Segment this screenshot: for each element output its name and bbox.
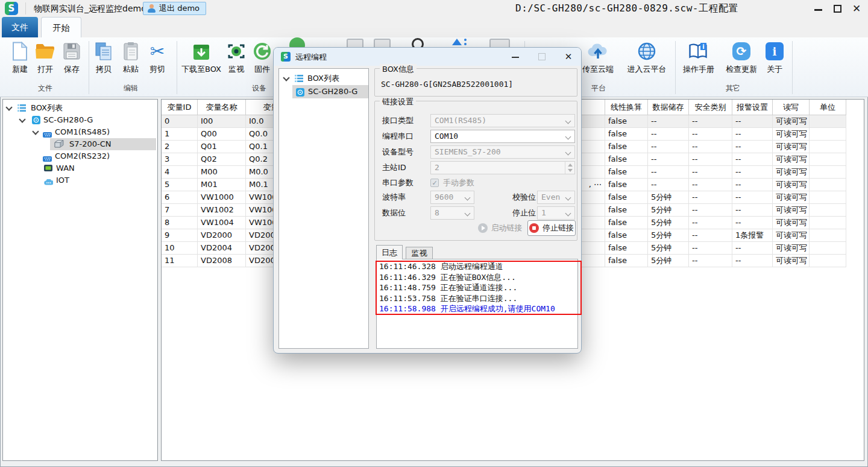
hidden-sort-icon — [464, 39, 467, 41]
cell-security: -- — [689, 128, 732, 141]
maximize-button[interactable] — [828, 0, 846, 17]
group-label-edit: 编辑 — [107, 83, 155, 94]
cell-linear: false — [605, 255, 648, 267]
cell-linear: false — [605, 179, 648, 191]
tab-monitor[interactable]: 监视 — [406, 247, 433, 259]
cell-alarm: -- — [732, 242, 773, 255]
stop-link-button[interactable]: 停止链接 — [527, 220, 576, 236]
stop-bits-select[interactable]: 1 — [537, 206, 575, 220]
close-icon: ✕ — [852, 2, 861, 14]
interface-type-select[interactable]: COM1(RS485) — [430, 114, 575, 127]
link-settings-label: 链接设置 — [380, 97, 416, 107]
cell-var-id: 10 — [162, 242, 198, 255]
station-id-spinner[interactable]: 2 — [430, 161, 575, 174]
cell-rw: 可读可写 — [773, 166, 810, 179]
logout-button[interactable]: 退出 demo — [143, 2, 206, 15]
serial-params-label: 串口参数 — [382, 176, 414, 189]
cell-alarm: -- — [732, 191, 773, 204]
col-header-unit[interactable]: 单位 — [810, 100, 846, 115]
col-header-linear[interactable]: 线性换算 — [605, 100, 648, 115]
cell-var-name: VD2008 — [198, 255, 246, 267]
cloud-platform-button[interactable]: 进入云平台 — [622, 40, 671, 94]
cell-linear: false — [605, 191, 648, 204]
cell-storage: 5分钟 — [648, 255, 689, 267]
dialog-tree-item-box-device[interactable]: SC-GH280-G — [279, 85, 368, 98]
cell-linear: false — [605, 141, 648, 153]
col-header-security[interactable]: 安全类别 — [689, 100, 732, 115]
log-output[interactable]: 16:11:46.328 启动远程编程通道 16:11:46.329 正在验证B… — [376, 259, 578, 349]
chevron-down-icon[interactable] — [5, 104, 12, 110]
minimize-icon — [814, 9, 822, 11]
col-header-var-id[interactable]: 变量ID — [162, 100, 198, 115]
cell-linear: false — [605, 128, 648, 141]
cell-security: -- — [689, 255, 732, 267]
chevron-down-icon — [565, 211, 571, 217]
cell-unit — [810, 153, 846, 166]
cell-rw: 可读可写 — [773, 204, 810, 217]
log-line: 16:11:46.328 启动远程编程通道 — [379, 261, 577, 272]
tree-item-wan[interactable]: WAN — [3, 162, 157, 174]
start-link-button[interactable]: 启动链接 — [474, 220, 526, 236]
info-icon: i — [766, 40, 784, 63]
box-device-icon — [296, 87, 304, 101]
tree-item-s7-200[interactable]: S7-200-CN — [3, 138, 157, 150]
divider — [25, 2, 26, 14]
cell-security: -- — [689, 141, 732, 153]
dialog-tree-item-box-list[interactable]: BOX列表 — [279, 72, 368, 84]
tab-file[interactable]: 文件 — [2, 17, 38, 37]
iot-cloud-icon — [44, 177, 53, 189]
open-folder-icon — [35, 40, 55, 63]
tree-item-iot[interactable]: IOT — [3, 174, 157, 186]
cell-security: -- — [689, 153, 732, 166]
tree-item-box-list[interactable]: BOX列表 — [3, 102, 157, 114]
baud-rate-select[interactable]: 9600 — [430, 191, 474, 204]
cell-linear: false — [605, 229, 648, 242]
cell-var-id: 6 — [162, 191, 198, 204]
minimize-button[interactable] — [809, 0, 827, 17]
col-header-rw[interactable]: 读写 — [773, 100, 810, 115]
cell-var-name: VW1000 — [198, 191, 246, 204]
cell-var-id: 3 — [162, 153, 198, 166]
tree-item-com1[interactable]: COM1(RS485) — [3, 126, 157, 138]
manual-params-checkbox[interactable]: ✓ — [430, 179, 439, 187]
tab-home[interactable]: 开始 — [41, 17, 81, 37]
cell-rw: 可读可写 — [773, 179, 810, 191]
data-bits-select[interactable]: 8 — [430, 206, 474, 220]
chevron-down-icon[interactable] — [32, 128, 39, 135]
cell-rw: 可读可写 — [773, 242, 810, 255]
dialog-minimize-button[interactable] — [505, 48, 526, 66]
chevron-down-icon — [465, 211, 471, 217]
dialog-close-button[interactable]: ✕ — [558, 48, 579, 66]
cell-unit — [810, 128, 846, 141]
group-label-other: 其它 — [709, 83, 757, 94]
cell-var-name: Q01 — [198, 141, 246, 153]
parity-select[interactable]: Even — [537, 191, 575, 204]
parity-label: 校验位 — [512, 191, 536, 204]
cell-unit — [810, 229, 846, 242]
download-to-box-button[interactable]: 下载至BOX — [178, 40, 224, 94]
tree-item-com2[interactable]: COM2(RS232) — [3, 150, 157, 162]
manual-params-label: 手动参数 — [443, 176, 474, 189]
close-button[interactable]: ✕ — [848, 0, 866, 17]
col-header-alarm[interactable]: 报警设置 — [732, 100, 773, 115]
col-header-var-name[interactable]: 变量名称 — [198, 100, 246, 115]
tab-log[interactable]: 日志 — [376, 245, 403, 259]
col-header-storage[interactable]: 数据储存 — [648, 100, 689, 115]
cell-var-name: VW1004 — [198, 217, 246, 229]
chevron-down-icon[interactable] — [19, 116, 25, 122]
chevron-down-icon[interactable] — [283, 74, 289, 81]
new-file-icon — [11, 40, 28, 63]
cell-storage: -- — [648, 153, 689, 166]
divider — [792, 41, 793, 94]
dialog-maximize-button[interactable] — [532, 48, 552, 66]
link-settings-group: 链接设置 接口类型 COM1(RS485) 编程串口 COM10 设备型号 SI… — [374, 101, 577, 241]
about-button[interactable]: i 关于 — [761, 40, 788, 94]
device-model-select[interactable]: SIEMENS_S7-200 — [430, 145, 575, 159]
chevron-down-icon — [565, 150, 571, 156]
cell-security: -- — [689, 217, 732, 229]
cell-storage: -- — [648, 141, 689, 153]
spinner-arrows-icon[interactable] — [565, 162, 574, 174]
list-icon — [295, 74, 303, 86]
programming-port-select[interactable]: COM10 — [430, 130, 575, 143]
tree-item-box-device[interactable]: SC-GH280-G — [3, 114, 157, 126]
